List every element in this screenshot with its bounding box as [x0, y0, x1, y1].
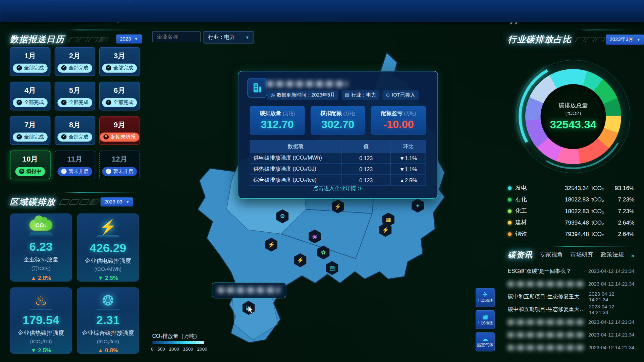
- month-card-5[interactable]: 5月✔全部完成: [55, 82, 95, 111]
- molecule-icon: ☁: [482, 336, 488, 342]
- radiation-icon: ◉: [312, 234, 317, 239]
- popup-stat-balance: 配额盈亏 (万吨) -10.00: [371, 106, 426, 135]
- stat-card-emission[interactable]: CO₂ 6.23 企业碳排放量 (万tCO₂) ▲ 2.8%: [10, 214, 72, 282]
- month-card-9[interactable]: 9月✖超期未填报: [99, 116, 140, 145]
- trend-up-icon: ▲: [98, 347, 105, 354]
- bolt-icon: ⚡: [334, 203, 342, 209]
- tab-expert-view[interactable]: 专家视角: [540, 251, 563, 258]
- chevron-down-icon: ▼: [637, 38, 640, 42]
- news-item[interactable]: 2023-04-12 14:21:34: [508, 342, 634, 353]
- layer-button-operating[interactable]: ▦工况地图: [476, 310, 495, 329]
- news-item[interactable]: 碳中和五期项目-生态修复重大工程...2023-04-12 14:21:34: [508, 291, 634, 302]
- legend-dot: [508, 221, 512, 224]
- tab-policy[interactable]: 政策法规: [601, 251, 624, 258]
- industry-title: 行业碳排放占比: [508, 34, 572, 45]
- top-nav: [0, 0, 644, 22]
- legend-row-petro[interactable]: 石化 18022.83 tCO₂ 7.23%: [508, 194, 634, 204]
- news-title-redacted: [508, 320, 585, 325]
- news-tabs: 专家视角 市场研究 政策法规: [540, 251, 624, 258]
- donut-center: 碳排放总量 （tCO2） 32543.34: [522, 66, 625, 168]
- industry-panel-topline: [575, 29, 637, 30]
- calendar-title: 数据报送日历: [10, 34, 65, 45]
- popup-data-table: 数据项 值 环比 供电碳排放强度 (tCO₂/MWh) 0.123 ▼1.1% …: [250, 140, 426, 186]
- month-card-6[interactable]: 6月✔全部完成: [99, 82, 140, 111]
- month-card-1[interactable]: 1月✔全部完成: [10, 47, 51, 76]
- news-title-redacted: [508, 345, 585, 350]
- month-card-4[interactable]: 4月✔全部完成: [10, 82, 51, 111]
- pedestal-decoration: [28, 233, 54, 237]
- plug-icon: ⚡: [99, 220, 117, 234]
- news-more-link[interactable]: »: [631, 251, 634, 258]
- minus-icon: −: [106, 169, 111, 174]
- industry-period-select[interactable]: 2023年3月▼: [606, 35, 644, 45]
- trend-up-icon: ▲: [399, 177, 405, 183]
- legend-row-steel[interactable]: 钢铁 79394.48 tCO₂ 2.64%: [508, 229, 634, 239]
- trend-down-icon: ▼: [399, 166, 405, 172]
- month-card-3[interactable]: 3月✔全部完成: [99, 47, 140, 76]
- month-card-11[interactable]: 11月−暂未开启: [55, 150, 95, 179]
- industry-donut-chart[interactable]: 碳排放总量 （tCO2） 32543.34: [522, 66, 625, 168]
- check-icon: ✔: [16, 65, 22, 70]
- building-icon: [247, 78, 267, 98]
- chart-icon: ▤: [345, 93, 349, 98]
- table-row: 供热碳排放强度 (tCO₂/GJ) 0.123 ▼1.1%: [250, 164, 426, 175]
- news-title-redacted: [508, 333, 585, 338]
- popup-stats: 碳排放量 (万吨) 312.70 模拟配额 (万吨) 302.70 配额盈亏 (…: [250, 106, 426, 135]
- stat-card-power-intensity[interactable]: ⚡ 426.29 企业供电碳排强度 (tCO₂/MWh) ▼ 2.5%: [77, 214, 139, 282]
- layer-button-satellite[interactable]: ✈卫星地图: [476, 288, 495, 307]
- check-icon: ✔: [61, 100, 66, 105]
- pedestal-decoration: [95, 235, 121, 238]
- stat-card-composite-intensity[interactable]: ❂ 2.31 企业综合碳排放强度 (tCO₂/tce) ▲ 0.8%: [77, 287, 139, 354]
- regional-title: 区域碳排放: [10, 196, 56, 207]
- cross-icon: ✖: [103, 134, 109, 139]
- month-card-8[interactable]: 8月✔全部完成: [55, 116, 95, 145]
- pedestal-decoration: [95, 309, 121, 310]
- bolt-icon: ⚡: [382, 227, 389, 233]
- check-icon: ✔: [16, 100, 22, 105]
- news-item[interactable]: ESG跟“双碳”是一回事么？2023-04-12 14:21:34: [508, 266, 634, 277]
- stat-card-heat-intensity[interactable]: ♨ 179.54 企业供热碳排强度 (tCO₂/GJ) ▼ 2.5%: [10, 287, 72, 354]
- regional-period-select[interactable]: 2023-03▼: [101, 197, 133, 206]
- month-card-10[interactable]: 10月✎填报中: [10, 150, 51, 179]
- legend-row-building[interactable]: 建材 79394.48 tCO₂ 2.64%: [508, 218, 634, 227]
- check-icon: ✔: [106, 65, 111, 70]
- trend-down-icon: ▼: [399, 155, 405, 161]
- month-card-2[interactable]: 2月✔全部完成: [55, 47, 95, 76]
- enterprise-popup: ◷数据更新时间：2023年5月 ▤行业：电力 ⊙IOT已接入 碳排放量 (万吨)…: [238, 71, 438, 199]
- check-icon: ✔: [61, 134, 66, 139]
- clock-icon: ◷: [270, 93, 274, 98]
- bolt-icon: ⚡: [268, 242, 275, 247]
- trend-down-icon: ▼: [98, 275, 105, 281]
- popup-badges: ◷数据更新时间：2023年5月 ▤行业：电力 ⊙IOT已接入: [267, 90, 419, 100]
- popup-stat-emission: 碳排放量 (万吨) 312.70: [250, 106, 305, 135]
- enterprise-detail-link[interactable]: 点击进入企业详情 ≫: [238, 185, 437, 192]
- title-decoration: [60, 199, 98, 204]
- layer-button-ghg[interactable]: ☁温室气体: [476, 333, 495, 351]
- co2-cloud-icon: CO₂: [30, 220, 53, 231]
- iot-badge: ⊙IOT已接入: [383, 90, 418, 100]
- news-item[interactable]: 2023-04-12 14:21:34: [508, 279, 634, 289]
- news-item[interactable]: 碳中和五期项目-生态修复重大工程2023-04-12 14:21:34: [508, 304, 634, 315]
- iot-icon: ⊙: [386, 93, 390, 98]
- server-icon: ▦: [482, 314, 488, 320]
- bolt-icon: ⚡: [297, 257, 304, 263]
- month-card-7[interactable]: 7月✔全部完成: [10, 116, 51, 145]
- tooltip-text-redacted: [218, 287, 280, 293]
- table-row: 供电碳排放强度 (tCO₂/MWh) 0.123 ▼1.1%: [250, 153, 426, 164]
- news-item[interactable]: 2023-04-12 14:21:34: [508, 329, 634, 340]
- legend-row-power[interactable]: 发电 32543.34 tCO₂ 93.16%: [508, 183, 634, 193]
- leaf-icon: ✿: [321, 249, 326, 255]
- legend-dot: [508, 209, 512, 213]
- industry-header: 行业碳排放占比: [508, 34, 614, 45]
- legend-row-chem[interactable]: 化工 18022.83 tCO₂ 7.23%: [508, 206, 634, 216]
- news-item[interactable]: 2023-04-12 14:21:34: [508, 317, 634, 327]
- calendar-header: 数据报送日历: [10, 34, 107, 45]
- legend-dot: [508, 198, 512, 201]
- calendar-year-select[interactable]: 2023▼: [116, 35, 142, 44]
- minus-icon: −: [61, 169, 66, 174]
- month-card-12[interactable]: 12月−暂未开启: [99, 150, 140, 179]
- regional-panel-topline: [62, 192, 141, 193]
- check-icon: ✔: [16, 134, 22, 139]
- tab-market-research[interactable]: 市场研究: [570, 251, 593, 258]
- company-name-redacted: [267, 81, 348, 87]
